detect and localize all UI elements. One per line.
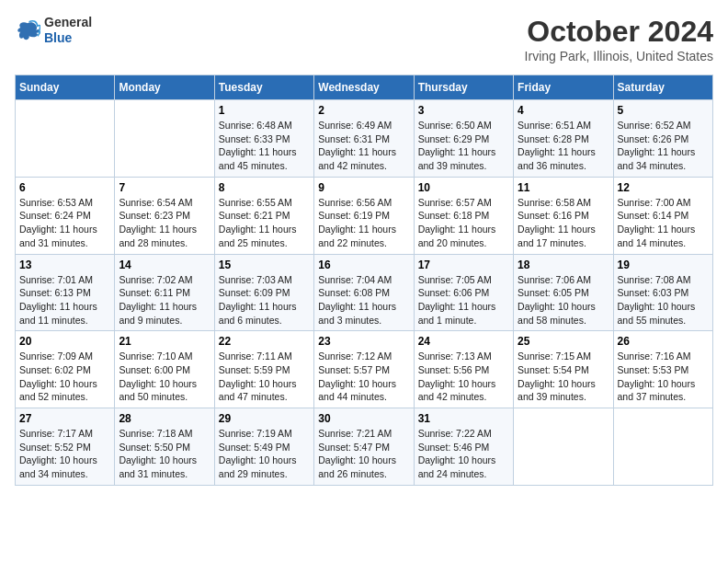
day-info: Sunrise: 7:22 AMSunset: 5:46 PMDaylight:…	[418, 427, 509, 481]
day-info: Sunrise: 7:18 AMSunset: 5:50 PMDaylight:…	[119, 427, 210, 481]
calendar-cell: 16Sunrise: 7:04 AMSunset: 6:08 PMDayligh…	[314, 254, 414, 331]
calendar-cell: 1Sunrise: 6:48 AMSunset: 6:33 PMDaylight…	[214, 100, 313, 178]
week-row-4: 20Sunrise: 7:09 AMSunset: 6:02 PMDayligh…	[16, 331, 713, 408]
day-number: 22	[219, 335, 310, 348]
header-day-saturday: Saturday	[613, 75, 712, 100]
day-info: Sunrise: 6:50 AMSunset: 6:29 PMDaylight:…	[418, 119, 509, 173]
calendar-cell	[16, 100, 115, 178]
day-number: 5	[618, 104, 709, 117]
day-number: 10	[418, 181, 509, 194]
header-day-monday: Monday	[115, 75, 214, 100]
calendar-cell: 5Sunrise: 6:52 AMSunset: 6:26 PMDaylight…	[613, 100, 712, 178]
day-number: 19	[618, 259, 709, 271]
calendar-cell: 17Sunrise: 7:05 AMSunset: 6:06 PMDayligh…	[414, 254, 513, 331]
day-info: Sunrise: 7:08 AMSunset: 6:03 PMDaylight:…	[618, 273, 709, 327]
day-info: Sunrise: 7:19 AMSunset: 5:49 PMDaylight:…	[219, 427, 310, 481]
calendar-cell: 21Sunrise: 7:10 AMSunset: 6:00 PMDayligh…	[115, 331, 214, 408]
calendar-cell	[115, 100, 214, 178]
day-number: 4	[518, 104, 609, 117]
day-number: 3	[418, 104, 509, 117]
header-day-wednesday: Wednesday	[314, 75, 414, 100]
calendar-cell: 6Sunrise: 6:53 AMSunset: 6:24 PMDaylight…	[16, 177, 115, 254]
day-number: 16	[318, 259, 409, 271]
day-info: Sunrise: 6:53 AMSunset: 6:24 PMDaylight:…	[19, 196, 110, 250]
day-number: 24	[418, 335, 509, 348]
calendar-cell: 18Sunrise: 7:06 AMSunset: 6:05 PMDayligh…	[514, 254, 613, 331]
calendar-cell: 10Sunrise: 6:57 AMSunset: 6:18 PMDayligh…	[414, 177, 513, 254]
day-number: 31	[418, 412, 509, 425]
logo-blue: Blue	[44, 30, 92, 46]
calendar-header: SundayMondayTuesdayWednesdayThursdayFrid…	[16, 75, 713, 100]
day-info: Sunrise: 7:16 AMSunset: 5:53 PMDaylight:…	[618, 350, 709, 404]
day-number: 18	[518, 259, 609, 271]
day-info: Sunrise: 7:00 AMSunset: 6:14 PMDaylight:…	[618, 196, 709, 250]
day-info: Sunrise: 6:52 AMSunset: 6:26 PMDaylight:…	[618, 119, 709, 173]
calendar-cell: 19Sunrise: 7:08 AMSunset: 6:03 PMDayligh…	[613, 254, 712, 331]
header-day-thursday: Thursday	[414, 75, 513, 100]
week-row-5: 27Sunrise: 7:17 AMSunset: 5:52 PMDayligh…	[16, 408, 713, 486]
calendar-cell: 26Sunrise: 7:16 AMSunset: 5:53 PMDayligh…	[613, 331, 712, 408]
day-info: Sunrise: 6:57 AMSunset: 6:18 PMDaylight:…	[418, 196, 509, 250]
calendar-cell: 7Sunrise: 6:54 AMSunset: 6:23 PMDaylight…	[115, 177, 214, 254]
calendar-cell: 20Sunrise: 7:09 AMSunset: 6:02 PMDayligh…	[16, 331, 115, 408]
day-info: Sunrise: 6:56 AMSunset: 6:19 PMDaylight:…	[318, 196, 409, 250]
page-header: General Blue October 2024 Irving Park, I…	[15, 15, 713, 63]
calendar-body: 1Sunrise: 6:48 AMSunset: 6:33 PMDaylight…	[16, 100, 713, 486]
calendar-cell: 4Sunrise: 6:51 AMSunset: 6:28 PMDaylight…	[514, 100, 613, 178]
day-number: 21	[119, 335, 210, 348]
day-info: Sunrise: 7:11 AMSunset: 5:59 PMDaylight:…	[219, 350, 310, 404]
calendar-cell: 12Sunrise: 7:00 AMSunset: 6:14 PMDayligh…	[613, 177, 712, 254]
day-number: 2	[318, 104, 409, 117]
week-row-1: 1Sunrise: 6:48 AMSunset: 6:33 PMDaylight…	[16, 100, 713, 178]
day-info: Sunrise: 7:12 AMSunset: 5:57 PMDaylight:…	[318, 350, 409, 404]
title-block: October 2024 Irving Park, Illinois, Unit…	[525, 15, 713, 63]
day-info: Sunrise: 7:02 AMSunset: 6:11 PMDaylight:…	[119, 273, 210, 327]
calendar-cell: 23Sunrise: 7:12 AMSunset: 5:57 PMDayligh…	[314, 331, 414, 408]
day-number: 13	[19, 259, 110, 271]
calendar-cell: 29Sunrise: 7:19 AMSunset: 5:49 PMDayligh…	[214, 408, 313, 486]
day-number: 17	[418, 259, 509, 271]
day-number: 6	[19, 181, 110, 194]
logo: General Blue	[15, 15, 92, 46]
day-info: Sunrise: 7:09 AMSunset: 6:02 PMDaylight:…	[19, 350, 110, 404]
day-number: 25	[518, 335, 609, 348]
day-info: Sunrise: 6:49 AMSunset: 6:31 PMDaylight:…	[318, 119, 409, 173]
day-info: Sunrise: 7:06 AMSunset: 6:05 PMDaylight:…	[518, 273, 609, 327]
day-info: Sunrise: 7:21 AMSunset: 5:47 PMDaylight:…	[318, 427, 409, 481]
day-number: 29	[219, 412, 310, 425]
day-number: 23	[318, 335, 409, 348]
calendar-subtitle: Irving Park, Illinois, United States	[525, 49, 713, 63]
day-info: Sunrise: 7:04 AMSunset: 6:08 PMDaylight:…	[318, 273, 409, 327]
day-number: 8	[219, 181, 310, 194]
week-row-3: 13Sunrise: 7:01 AMSunset: 6:13 PMDayligh…	[16, 254, 713, 331]
day-number: 15	[219, 259, 310, 271]
day-number: 9	[318, 181, 409, 194]
day-number: 28	[119, 412, 210, 425]
calendar-cell: 8Sunrise: 6:55 AMSunset: 6:21 PMDaylight…	[214, 177, 313, 254]
calendar-cell	[514, 408, 613, 486]
header-day-friday: Friday	[514, 75, 613, 100]
calendar-cell: 11Sunrise: 6:58 AMSunset: 6:16 PMDayligh…	[514, 177, 613, 254]
calendar-cell: 9Sunrise: 6:56 AMSunset: 6:19 PMDaylight…	[314, 177, 414, 254]
calendar-cell: 2Sunrise: 6:49 AMSunset: 6:31 PMDaylight…	[314, 100, 414, 178]
calendar-cell: 25Sunrise: 7:15 AMSunset: 5:54 PMDayligh…	[514, 331, 613, 408]
calendar-cell: 28Sunrise: 7:18 AMSunset: 5:50 PMDayligh…	[115, 408, 214, 486]
day-info: Sunrise: 6:48 AMSunset: 6:33 PMDaylight:…	[219, 119, 310, 173]
calendar-cell	[613, 408, 712, 486]
day-number: 26	[618, 335, 709, 348]
calendar-table: SundayMondayTuesdayWednesdayThursdayFrid…	[15, 75, 713, 486]
calendar-cell: 13Sunrise: 7:01 AMSunset: 6:13 PMDayligh…	[16, 254, 115, 331]
calendar-cell: 27Sunrise: 7:17 AMSunset: 5:52 PMDayligh…	[16, 408, 115, 486]
calendar-cell: 31Sunrise: 7:22 AMSunset: 5:46 PMDayligh…	[414, 408, 513, 486]
day-number: 14	[119, 259, 210, 271]
day-info: Sunrise: 7:10 AMSunset: 6:00 PMDaylight:…	[119, 350, 210, 404]
day-info: Sunrise: 6:55 AMSunset: 6:21 PMDaylight:…	[219, 196, 310, 250]
logo-general: General	[44, 15, 92, 30]
calendar-cell: 3Sunrise: 6:50 AMSunset: 6:29 PMDaylight…	[414, 100, 513, 178]
calendar-cell: 30Sunrise: 7:21 AMSunset: 5:47 PMDayligh…	[314, 408, 414, 486]
day-number: 20	[19, 335, 110, 348]
calendar-title: October 2024	[525, 15, 713, 49]
day-info: Sunrise: 6:51 AMSunset: 6:28 PMDaylight:…	[518, 119, 609, 173]
day-number: 1	[219, 104, 310, 117]
day-info: Sunrise: 6:58 AMSunset: 6:16 PMDaylight:…	[518, 196, 609, 250]
